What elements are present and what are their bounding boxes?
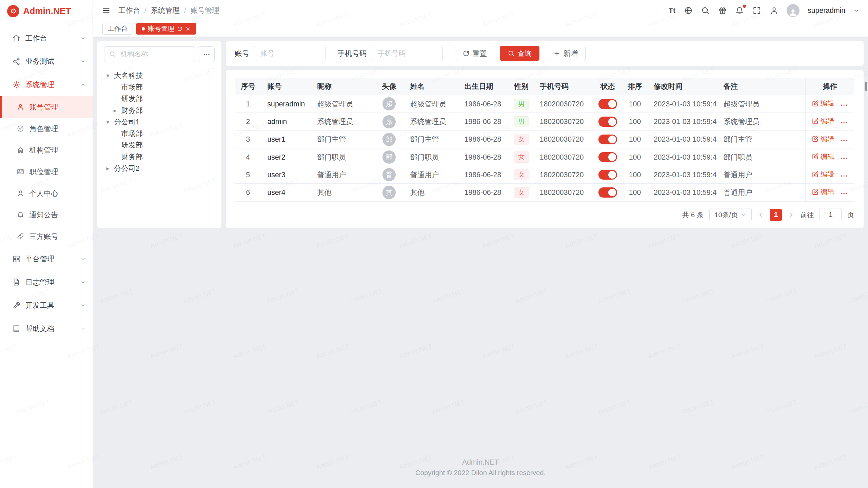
toggle-knob xyxy=(608,118,616,126)
sidebar-item[interactable]: 开发工具 xyxy=(0,294,93,317)
tree-node-label: 分公司2 xyxy=(114,164,139,173)
hamburger-menu-icon[interactable] xyxy=(102,6,111,15)
page-size-select[interactable]: 10条/页 xyxy=(709,208,752,221)
edit-button[interactable]: 编辑 xyxy=(812,134,834,144)
sidebar-subitem[interactable]: 个人中心 xyxy=(0,183,93,204)
sidebar-subitem[interactable]: 机构管理 xyxy=(0,139,93,161)
prev-page-button[interactable] xyxy=(757,211,764,218)
sidebar-item[interactable]: 日志管理 xyxy=(0,270,93,294)
tab-label: 账号管理 xyxy=(148,24,174,33)
tree-node[interactable]: ▾分公司1 xyxy=(104,116,215,128)
cell-account: user1 xyxy=(261,130,311,148)
avatar: 普 xyxy=(382,168,396,181)
tree-node[interactable]: ▾大名科技 xyxy=(104,70,215,81)
grid-icon xyxy=(12,255,20,263)
org-search-input[interactable] xyxy=(119,50,190,59)
language-icon[interactable] xyxy=(684,6,693,15)
tree-caret-icon[interactable]: ▾ xyxy=(106,72,114,79)
docs-icon xyxy=(12,324,20,332)
tree-caret-icon[interactable]: ▸ xyxy=(114,107,121,114)
toggle-knob xyxy=(608,100,616,108)
chevron-down-icon xyxy=(80,35,86,41)
user-settings-icon[interactable] xyxy=(770,6,778,15)
app-logo[interactable]: Admin.NET xyxy=(0,0,93,22)
more-actions-button[interactable] xyxy=(840,154,848,162)
tree-node[interactable]: 财务部 xyxy=(104,151,215,163)
scrollbar-thumb[interactable] xyxy=(865,82,867,91)
search-icon xyxy=(508,50,515,57)
goto-page-input[interactable] xyxy=(820,208,842,221)
sidebar-item[interactable]: 系统管理 xyxy=(0,73,93,96)
phone-input[interactable] xyxy=(372,46,443,61)
status-toggle[interactable] xyxy=(598,170,617,180)
username[interactable]: superadmin xyxy=(808,6,845,15)
status-toggle[interactable] xyxy=(598,99,617,109)
status-toggle[interactable] xyxy=(598,187,617,197)
tree-node[interactable]: ▸财务部 xyxy=(104,104,215,116)
edit-button[interactable]: 编辑 xyxy=(812,169,834,179)
sidebar-subitem[interactable]: 账号管理 xyxy=(0,96,93,118)
tree-caret-icon[interactable]: ▸ xyxy=(106,165,114,172)
more-actions-button[interactable] xyxy=(840,136,848,144)
close-icon[interactable] xyxy=(185,26,191,32)
refresh-icon[interactable] xyxy=(177,26,182,32)
status-toggle[interactable] xyxy=(598,117,617,126)
avatar[interactable] xyxy=(787,4,800,17)
page-number-button[interactable]: 1 xyxy=(770,209,782,221)
cell-actions: 编辑 xyxy=(806,148,854,166)
sidebar-subitem[interactable]: 三方账号 xyxy=(0,226,93,247)
account-input[interactable] xyxy=(255,46,326,61)
sidebar-subitem[interactable]: 通知公告 xyxy=(0,204,93,226)
column-header: 序号 xyxy=(235,78,261,95)
notification-bell-icon[interactable] xyxy=(735,6,744,15)
cell-index: 2 xyxy=(235,113,261,130)
next-page-button[interactable] xyxy=(788,211,795,218)
theme-icon[interactable] xyxy=(718,6,727,15)
top-header: 工作台 / 系统管理 / 账号管理 Tt xyxy=(93,0,868,21)
tree-caret-icon[interactable]: ▾ xyxy=(106,118,114,126)
more-actions-button[interactable] xyxy=(840,172,848,180)
font-size-icon[interactable]: Tt xyxy=(669,6,675,15)
breadcrumb-item[interactable]: 系统管理 xyxy=(151,6,180,15)
sidebar-subitem[interactable]: 角色管理 xyxy=(0,118,93,140)
tree-node[interactable]: 市场部 xyxy=(104,81,215,93)
more-actions-button[interactable] xyxy=(840,189,848,198)
edit-button[interactable]: 编辑 xyxy=(812,99,834,108)
sidebar-item[interactable]: 帮助文档 xyxy=(0,317,93,340)
tab-item[interactable]: 账号管理 xyxy=(136,23,196,35)
status-toggle[interactable] xyxy=(598,152,617,162)
edit-button[interactable]: 编辑 xyxy=(812,187,834,197)
sidebar-item[interactable]: 工作台 xyxy=(0,26,93,50)
search-button[interactable]: 查询 xyxy=(500,46,539,61)
status-toggle[interactable] xyxy=(598,135,617,144)
cell-avatar: 普 xyxy=(375,166,403,184)
more-actions-button[interactable] xyxy=(840,119,848,127)
pagination: 共 6 条 10条/页 1 xyxy=(235,208,854,221)
tab-item[interactable]: 工作台 xyxy=(102,23,133,35)
edit-button[interactable]: 编辑 xyxy=(812,116,834,126)
tree-node[interactable]: 市场部 xyxy=(104,128,215,139)
tree-node[interactable]: ▸分公司2 xyxy=(104,163,215,174)
fullscreen-icon[interactable] xyxy=(752,6,761,15)
cell-account: superadmin xyxy=(261,95,311,113)
breadcrumb-item[interactable]: 工作台 xyxy=(118,6,140,15)
tree-more-button[interactable] xyxy=(198,46,215,62)
edit-button[interactable]: 编辑 xyxy=(812,152,834,161)
add-button[interactable]: 新增 xyxy=(546,46,585,61)
sidebar-item[interactable]: 平台管理 xyxy=(0,247,93,271)
sidebar-subitem[interactable]: 职位管理 xyxy=(0,161,93,183)
cell-remark: 部门职员 xyxy=(717,148,805,166)
tree-node[interactable]: 研发部 xyxy=(104,139,215,151)
tree-node[interactable]: 研发部 xyxy=(104,93,215,104)
cell-phone: 18020030720 xyxy=(533,130,593,148)
chevron-down-icon[interactable] xyxy=(854,8,859,13)
reset-button[interactable]: 重置 xyxy=(455,46,494,61)
more-actions-button[interactable] xyxy=(840,101,848,109)
chevron-down-icon xyxy=(80,302,86,308)
sidebar-item[interactable]: 业务测试 xyxy=(0,50,93,73)
sidebar-item-label: 日志管理 xyxy=(25,278,75,287)
search-icon[interactable] xyxy=(701,6,710,15)
cell-status xyxy=(593,113,623,130)
tab-label: 工作台 xyxy=(108,24,128,33)
gender-tag: 女 xyxy=(514,169,529,180)
